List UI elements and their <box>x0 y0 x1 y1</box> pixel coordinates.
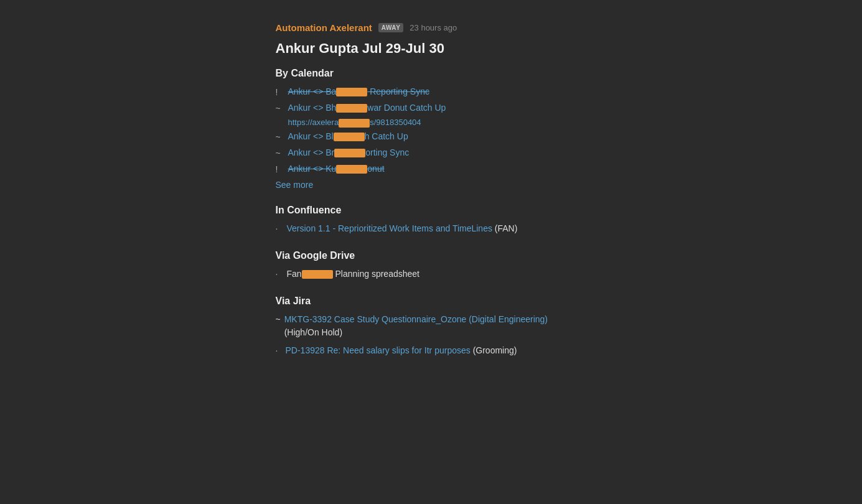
calendar-item-4: ~ Ankur <> Brorting Sync <box>276 146 587 160</box>
calendar-link-2[interactable]: Ankur <> Bhwar Donut Catch Up <box>288 101 446 114</box>
page-title: Ankur Gupta Jul 29-Jul 30 <box>276 40 587 57</box>
jira-content-2: PD-13928 Re: Need salary slips for Itr p… <box>286 344 517 357</box>
section-jira: Via Jira ~ MKTG-3392 Case Study Question… <box>276 296 587 357</box>
section-by-calendar: By Calendar ! Ankur <> Ba Reporting Sync… <box>276 68 587 190</box>
symbol-5: ! <box>276 163 284 176</box>
jira-content-1: MKTG-3392 Case Study Questionnaire_Ozone… <box>284 313 548 339</box>
calendar-item-1: ! Ankur <> Ba Reporting Sync <box>276 85 587 99</box>
calendar-item-5: ! Ankur <> Kuonut <box>276 162 587 176</box>
calendar-link-4[interactable]: Ankur <> Brorting Sync <box>288 146 410 159</box>
symbol-jira-1: ~ <box>276 313 281 326</box>
calendar-link-5[interactable]: Ankur <> Kuonut <box>288 162 385 175</box>
symbol-3: ~ <box>276 131 284 144</box>
confluence-item-1: · Version 1.1 - Reprioritized Work Items… <box>276 222 587 235</box>
jira-item-2: · PD-13928 Re: Need salary slips for Itr… <box>276 344 587 357</box>
see-more-link[interactable]: See more <box>276 180 587 190</box>
jira-item-1: ~ MKTG-3392 Case Study Questionnaire_Ozo… <box>276 313 587 339</box>
calendar-url-2[interactable]: https://axeleras/9818350404 <box>288 118 587 128</box>
calendar-link-1[interactable]: Ankur <> Ba Reporting Sync <box>288 85 429 98</box>
gdrive-content-1: Fan Planning spreadsheet <box>287 268 419 281</box>
section-confluence: In Confluence · Version 1.1 - Reprioriti… <box>276 205 587 235</box>
gdrive-item-1: · Fan Planning spreadsheet <box>276 268 587 281</box>
jira-link-1[interactable]: MKTG-3392 Case Study Questionnaire_Ozone… <box>284 314 548 324</box>
section-title-calendar: By Calendar <box>276 68 587 79</box>
symbol-2: ~ <box>276 102 284 115</box>
calendar-item-3: ~ Ankur <> Blh Catch Up <box>276 130 587 144</box>
symbol-1: ! <box>276 86 284 99</box>
jira-status-1: (High/On Hold) <box>284 327 342 337</box>
header-row: Automation Axelerant AWAY 23 hours ago <box>276 22 587 33</box>
jira-link-2[interactable]: PD-13928 Re: Need salary slips for Itr p… <box>286 345 471 355</box>
bullet-1: · <box>276 222 282 235</box>
main-container: Automation Axelerant AWAY 23 hours ago A… <box>276 12 587 492</box>
calendar-item-2: ~ Ankur <> Bhwar Donut Catch Up <box>276 101 587 115</box>
section-title-confluence: In Confluence <box>276 205 587 216</box>
gdrive-prefix-1: Fan <box>287 269 302 279</box>
section-gdrive: Via Google Drive · Fan Planning spreadsh… <box>276 250 587 281</box>
timestamp: 23 hours ago <box>410 23 457 32</box>
section-title-gdrive: Via Google Drive <box>276 250 587 261</box>
bullet-gdrive-1: · <box>276 268 282 281</box>
calendar-link-3[interactable]: Ankur <> Blh Catch Up <box>288 130 408 143</box>
confluence-suffix-1: (FAN) <box>495 223 518 233</box>
confluence-link-1[interactable]: Version 1.1 - Reprioritized Work Items a… <box>287 223 492 233</box>
gdrive-suffix-1: Planning spreadsheet <box>335 269 419 279</box>
section-title-jira: Via Jira <box>276 296 587 307</box>
brand-name: Automation Axelerant <box>276 22 372 33</box>
jira-status-2: (Grooming) <box>473 345 517 355</box>
confluence-content-1: Version 1.1 - Reprioritized Work Items a… <box>287 222 518 235</box>
bullet-jira-2: · <box>276 344 282 357</box>
away-badge: AWAY <box>378 23 404 32</box>
symbol-4: ~ <box>276 147 284 160</box>
